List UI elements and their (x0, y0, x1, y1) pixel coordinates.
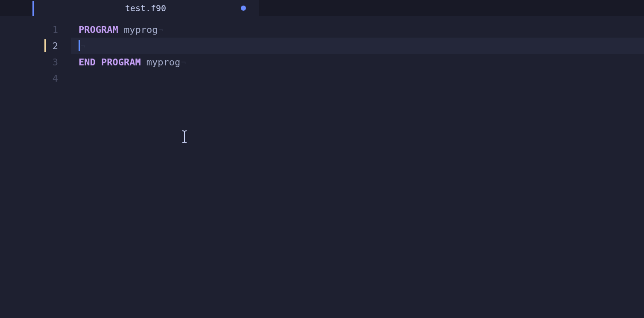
code-token (96, 57, 101, 68)
tab-active[interactable]: test.f90 (32, 0, 259, 16)
gutter[interactable]: 1 2 3 4 (32, 16, 71, 318)
line-number[interactable]: 3 (32, 54, 71, 70)
code-token: PROGRAM (79, 24, 118, 35)
code-token: myprog (124, 24, 158, 35)
code-line[interactable] (71, 70, 644, 86)
change-marker-icon (44, 39, 46, 52)
line-number-text: 3 (53, 57, 58, 68)
code-line[interactable]: ¬ (71, 38, 644, 54)
tab-bar-empty[interactable] (259, 0, 644, 16)
line-number-text: 4 (53, 73, 58, 84)
eol-icon: ¬ (158, 25, 163, 34)
tab-bar: test.f90 (0, 0, 644, 16)
line-number-text: 2 (53, 41, 58, 51)
code-area[interactable]: PROGRAM myprog¬¬END PROGRAM myprog¬ (71, 16, 644, 318)
code-token: END (79, 57, 96, 68)
line-number-text: 1 (53, 24, 58, 35)
line-number[interactable]: 1 (32, 21, 71, 38)
code-token (118, 24, 124, 35)
eol-icon: ¬ (81, 41, 85, 50)
eol-icon: ¬ (181, 58, 186, 67)
tab-active-indicator (32, 1, 34, 16)
code-line[interactable]: END PROGRAM myprog¬ (71, 54, 644, 70)
text-caret (79, 40, 80, 51)
editor-left-margin (0, 16, 32, 318)
code-token: PROGRAM (101, 57, 141, 68)
tab-title: test.f90 (125, 3, 166, 13)
code-line[interactable]: PROGRAM myprog¬ (71, 21, 644, 38)
code-token (141, 57, 146, 68)
line-number[interactable]: 4 (32, 70, 71, 86)
line-number[interactable]: 2 (32, 38, 71, 54)
code-token: myprog (146, 57, 180, 68)
editor[interactable]: 1 2 3 4 PROGRAM myprog¬¬END PROGRAM mypr… (0, 16, 644, 318)
unsaved-indicator-icon (241, 6, 246, 11)
